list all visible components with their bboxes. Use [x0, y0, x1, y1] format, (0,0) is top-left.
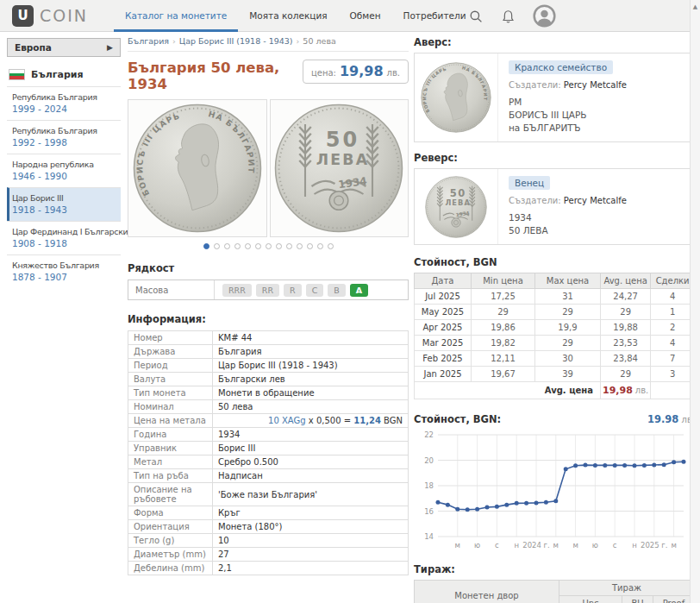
gallery-dot[interactable] [286, 243, 292, 249]
scrollbar-up-arrow[interactable]: ▲ [691, 3, 700, 10]
value-column-header: Дата [415, 273, 472, 289]
gallery-dot[interactable] [266, 243, 272, 249]
info-value: Цар Борис III (1918 - 1943) [213, 359, 409, 373]
sidebar-item[interactable]: Народна република1946 - 1990 [7, 154, 121, 187]
reverse-thumbnail[interactable]: 50 ЛЕВА 1934 [415, 169, 498, 244]
chart-price-value: 19.98 [647, 413, 678, 425]
info-value: Надписан [213, 469, 409, 483]
period-name: Цар Фердинанд I Български [12, 227, 117, 236]
gallery-dot[interactable] [245, 243, 251, 249]
value-cell: 29 [535, 305, 601, 320]
gallery-dot[interactable] [307, 243, 313, 249]
value-date: Feb 2025 [415, 351, 472, 367]
value-cell: 19,82 [472, 336, 535, 351]
obverse-tag[interactable]: Кралско семейство [509, 60, 613, 74]
svg-text:20: 20 [424, 456, 434, 465]
nav-item[interactable]: Обмен [339, 0, 392, 32]
region-selector[interactable]: Европа ▶ [7, 38, 121, 57]
info-row: Описание на ръбовете'Боже пази България' [128, 483, 409, 506]
value-cell: 23,84 [601, 351, 651, 367]
value-table-heading: Стойност, BGN [414, 256, 695, 268]
rarity-badge-rrr: RRR [222, 284, 252, 297]
period-years: 1946 - 1990 [12, 171, 117, 181]
sidebar-item[interactable]: Цар Борис III1918 - 1943 [7, 187, 121, 221]
info-value: Кръг [213, 506, 409, 520]
gallery-dot[interactable] [214, 243, 220, 249]
value-row: May 20252929291 [415, 305, 695, 320]
mintage-heading: Тираж: [414, 563, 695, 575]
nav-item[interactable]: Потребители [392, 0, 478, 32]
info-value: Борис III [213, 442, 409, 455]
rarity-badge-b: B [328, 284, 346, 297]
search-icon[interactable] [468, 9, 484, 24]
reverse-panel: 50 ЛЕВА 1934 Венец Създатели: Percy Metc… [414, 168, 695, 245]
value-date: May 2025 [415, 305, 472, 320]
price-box: цена: 19,98 лв. [303, 60, 409, 84]
avg-price-cell: 19,98лв. [601, 382, 651, 399]
gallery-dot[interactable] [224, 243, 230, 249]
info-value: 10 [213, 534, 409, 548]
avatar[interactable] [533, 4, 556, 28]
obverse-thumbnail[interactable]: БОРИСЪ III ЦАРЬ НА БЪЛГАРИТЪ [415, 53, 498, 141]
reverse-heading: Реверс: [414, 152, 695, 164]
value-cell: 30 [535, 351, 601, 367]
creator-name[interactable]: Percy Metcalfe [564, 80, 627, 90]
value-column-header: Avg. цена [601, 273, 651, 289]
value-cell: 29 [601, 305, 651, 320]
svg-text:50: 50 [326, 128, 359, 152]
info-row: ВалутаБългарски лев [128, 373, 409, 386]
info-value: KM# 44 [213, 331, 409, 345]
top-navigation-bar: U COIN Каталог на монетитеМоята колекция… [0, 0, 700, 32]
creator-name[interactable]: Percy Metcalfe [564, 196, 627, 205]
period-years: 1918 - 1943 [12, 204, 117, 215]
sidebar-item[interactable]: Княжество България1878 - 1907 [7, 254, 121, 288]
value-table: ДатаMin ценаMax ценаAvg. ценаСделки Jul … [414, 273, 695, 399]
bulgaria-flag-icon [9, 69, 25, 80]
vertical-scrollbar[interactable]: ▲ [690, 0, 700, 603]
value-cell: 19,86 [472, 320, 535, 336]
svg-text:2025 г.: 2025 г. [641, 541, 668, 550]
period-name: Република България [12, 92, 117, 102]
sidebar-item[interactable]: Република България1999 - 2024 [7, 86, 121, 120]
gallery-dot[interactable] [328, 243, 334, 249]
sidebar-item[interactable]: Цар Фердинанд I Български1908 - 1918 [7, 221, 121, 254]
bell-icon[interactable] [501, 9, 516, 24]
gallery-dot[interactable] [317, 243, 323, 249]
info-row: Година1934 [128, 428, 409, 442]
svg-text:ю: ю [592, 541, 598, 550]
gallery-dot[interactable] [297, 243, 303, 249]
ucoin-logo-mark: U [12, 5, 34, 27]
country-header[interactable]: България [9, 69, 121, 80]
creators-label: Създатели: [509, 196, 561, 205]
value-cell: 4 [651, 289, 695, 305]
breadcrumb-item[interactable]: Цар Борис III (1918 - 1943) [179, 36, 293, 46]
inscription-line: 50 ЛЕВА [509, 224, 684, 237]
metal-price-link[interactable]: 10 XAGg [268, 416, 306, 425]
nav-item[interactable]: Моята колекция [238, 0, 338, 32]
ucoin-logo[interactable]: U COIN [12, 5, 107, 27]
breadcrumb-item[interactable]: България [128, 36, 169, 46]
value-column-header: Min цена [472, 273, 535, 289]
main-content: България›Цар Борис III (1918 - 1943)›50 … [128, 36, 409, 575]
reverse-tag[interactable]: Венец [509, 176, 550, 190]
gallery-dot[interactable] [234, 243, 241, 249]
avg-price-value: 19,98 [603, 385, 633, 396]
nav-item[interactable]: Каталог на монетите [114, 0, 238, 32]
gallery-dot[interactable] [276, 243, 282, 249]
svg-text:н: н [514, 541, 519, 550]
value-row: Apr 202519,8619,919,882 [415, 320, 695, 336]
info-row: Дебелина (mm)2,1 [128, 562, 409, 575]
value-cell: 29 [601, 367, 651, 382]
reverse-coin-image[interactable]: 50 ЛЕВА 1934 [270, 99, 409, 237]
gallery-dot[interactable] [255, 243, 261, 249]
breadcrumb: България›Цар Борис III (1918 - 1943)›50 … [128, 36, 409, 52]
gallery-dot[interactable] [203, 243, 209, 249]
info-row: Тип монетаМонети в обращение [128, 386, 409, 400]
obverse-coin-image[interactable]: БОРИСЪ III ЦАРЬ НА БЪЛГАРИТЪ [128, 99, 267, 237]
info-label: Метал [128, 455, 213, 469]
sidebar-item[interactable]: Република България1992 - 1998 [7, 120, 121, 154]
unc-column-header: Unc [559, 596, 622, 603]
value-row: Jan 202519,6739293 [415, 367, 695, 382]
rarity-badge-rr: RR [256, 284, 279, 297]
page-title: България 50 лева, 1934 [128, 60, 303, 92]
